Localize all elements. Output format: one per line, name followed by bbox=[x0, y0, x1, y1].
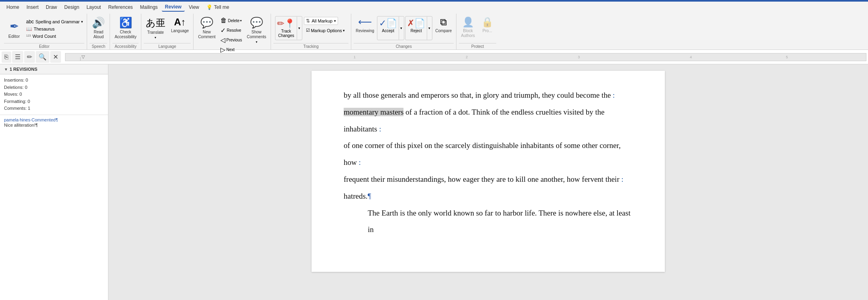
menu-design[interactable]: Design bbox=[61, 3, 82, 11]
reviewing-button[interactable]: ⟵ Reviewing bbox=[354, 14, 376, 42]
compare-button[interactable]: ⧉ Compare bbox=[433, 14, 454, 42]
language-icon: A↑ bbox=[174, 16, 185, 28]
language-button[interactable]: A↑ Language bbox=[169, 14, 191, 42]
thesaurus-button[interactable]: 📖 Thesaurus bbox=[25, 26, 84, 32]
ribbon-group-speech: 🔊 ReadAloud Speech bbox=[87, 14, 110, 49]
menu-view[interactable]: View bbox=[185, 3, 202, 11]
menu-tell[interactable]: 💡 Tell me bbox=[203, 3, 232, 11]
all-markup-label: All Markup bbox=[312, 18, 332, 23]
menu-home[interactable]: Home bbox=[3, 3, 22, 11]
next-label: Next bbox=[226, 47, 235, 52]
next-icon: ▷ bbox=[220, 46, 225, 53]
ribbon-group-changes: ⟵ Reviewing ✓📄 Accept ▾ ✗📄 Reject ▾ bbox=[351, 14, 456, 49]
reject-button[interactable]: ✗📄 Reject bbox=[405, 16, 427, 40]
close-button[interactable]: ✕ bbox=[50, 51, 61, 63]
menu-review[interactable]: Review bbox=[162, 3, 185, 12]
accept-dropdown[interactable]: ▾ bbox=[399, 16, 404, 40]
search-button[interactable]: 🔍 bbox=[36, 51, 49, 63]
language-label: Language bbox=[171, 29, 189, 33]
delete-button[interactable]: 🗑 Delete ▾ bbox=[218, 16, 244, 25]
lightbulb-icon: 💡 bbox=[206, 4, 212, 10]
track-changes-button[interactable]: ✏📍 TrackChanges bbox=[275, 16, 297, 40]
revisions-stats: Insertions: 0 Deletions: 0 Moves: 0 Form… bbox=[0, 74, 108, 115]
ruler: ▽ | 1 2 3 4 5 bbox=[65, 53, 866, 61]
check-accessibility-button[interactable]: ♿ CheckAccessibility bbox=[112, 14, 138, 42]
delete-icon: 🗑 bbox=[220, 17, 227, 24]
stat-moves: Moves: 0 bbox=[4, 91, 104, 98]
ribbon-group-protect: 👤 BlockAuthors 🔒 Pro... Protect bbox=[456, 14, 498, 49]
check-accessibility-icon: ♿ bbox=[119, 16, 132, 29]
all-markup-dropdown-arrow: ▾ bbox=[334, 19, 336, 23]
doc-line-6: The Earth is the only world known so far… bbox=[344, 205, 633, 238]
ribbon-group-tracking: ✏📍 TrackChanges ▾ ⇅ All Markup ▾ bbox=[271, 14, 351, 49]
accept-label: Accept bbox=[382, 29, 394, 33]
editor-label: Editor bbox=[8, 34, 20, 39]
revisions-collapse-icon: ▼ bbox=[4, 67, 8, 72]
accept-icon: ✓📄 bbox=[379, 18, 397, 29]
menu-draw[interactable]: Draw bbox=[43, 3, 60, 11]
spelling-grammar-button[interactable]: abc Spelling and Grammar ▾ bbox=[25, 18, 84, 25]
menu-references[interactable]: References bbox=[105, 3, 136, 11]
block-authors-icon: 👤 bbox=[462, 16, 474, 28]
document-page: by all those generals and emperors so th… bbox=[312, 71, 665, 272]
protect-group-label: Protect bbox=[459, 43, 496, 49]
revisions-panel: ▼ 1 REVISIONS Insertions: 0 Deletions: 0… bbox=[0, 64, 108, 300]
resolve-button[interactable]: ✓ Resolve bbox=[218, 26, 244, 35]
previous-button[interactable]: ◁ Previous bbox=[218, 35, 244, 44]
track-changes-label: TrackChanges bbox=[278, 29, 294, 38]
edit-button[interactable]: ✏ bbox=[24, 51, 35, 63]
word-count-icon: ¹²³ bbox=[26, 33, 31, 39]
changes-group-label: Changes bbox=[354, 43, 454, 49]
document-area[interactable]: by all those generals and emperors so th… bbox=[108, 64, 868, 300]
block-authors-button[interactable]: 👤 BlockAuthors bbox=[459, 14, 477, 42]
doc-line-3: of one corner of this pixel on the scarc… bbox=[344, 137, 633, 171]
ruler-tick-3: 3 bbox=[578, 55, 580, 59]
menu-layout[interactable]: Layout bbox=[83, 3, 104, 11]
read-aloud-button[interactable]: 🔊 ReadAloud bbox=[90, 14, 107, 42]
track-changes-dropdown[interactable]: ▾ bbox=[297, 16, 302, 40]
menu-insert[interactable]: Insert bbox=[23, 3, 42, 11]
doc-line-1: by all those generals and emperors so th… bbox=[344, 87, 633, 104]
word-count-button[interactable]: ¹²³ Word Count bbox=[25, 33, 84, 39]
accept-dropdown-icon: ▾ bbox=[400, 26, 402, 30]
read-aloud-label: ReadAloud bbox=[94, 30, 104, 39]
previous-label: Previous bbox=[226, 38, 242, 42]
markup-options-icon: ☑ bbox=[306, 28, 310, 33]
doc-line-5: hatreds.¶ bbox=[344, 188, 633, 205]
revisions-header[interactable]: ▼ 1 REVISIONS bbox=[0, 64, 108, 74]
show-comments-button[interactable]: 💬 ShowComments ▾ bbox=[245, 14, 268, 42]
all-markup-dropdown[interactable]: ⇅ All Markup ▾ bbox=[304, 17, 338, 25]
ribbon-group-language: あ亜 Translate ▾ A↑ Language Language bbox=[141, 14, 194, 49]
compare-label: Compare bbox=[435, 29, 452, 33]
new-comment-button[interactable]: 💬 NewComment bbox=[196, 14, 217, 42]
markup-options-label: Markup Options bbox=[311, 28, 342, 33]
copy-button[interactable]: ⎘ bbox=[2, 51, 11, 63]
comment-item: pamela·hines·Commented¶ Nice alliteratio… bbox=[0, 115, 108, 130]
markup-options-button[interactable]: ☑ Markup Options ▾ bbox=[304, 27, 347, 34]
menu-mailings[interactable]: Mailings bbox=[137, 3, 161, 11]
protect-icon: 🔒 bbox=[481, 16, 493, 28]
protect-document-button[interactable]: 🔒 Pro... bbox=[479, 14, 496, 42]
editor-group-label: Editor bbox=[4, 43, 84, 49]
list-button[interactable]: ☰ bbox=[12, 51, 23, 63]
protect-label: Pro... bbox=[483, 29, 492, 33]
word-count-label: Word Count bbox=[33, 34, 56, 39]
doc-line-2: momentary masters of a fraction of a dot… bbox=[344, 104, 633, 138]
translate-button[interactable]: あ亜 Translate ▾ bbox=[144, 14, 167, 42]
language-group-label: Language bbox=[144, 43, 191, 49]
track-changes-icon: ✏📍 bbox=[277, 18, 295, 29]
speech-group-label: Speech bbox=[90, 43, 107, 49]
editor-button[interactable]: ✒ Editor bbox=[4, 15, 24, 42]
ribbon-group-comments: 💬 NewComment 🗑 Delete ▾ ✓ Resolve ◁ Prev… bbox=[194, 14, 271, 49]
accept-button[interactable]: ✓📄 Accept bbox=[377, 16, 399, 40]
comment-text: Nice alliteration!¶ bbox=[4, 123, 104, 127]
stat-comments: Comments: 1 bbox=[4, 105, 104, 112]
markup-options-dropdown-icon: ▾ bbox=[343, 29, 345, 33]
doc-line-4: frequent their misunderstandings, how ea… bbox=[344, 171, 633, 188]
reject-icon: ✗📄 bbox=[407, 18, 425, 29]
resolve-label: Resolve bbox=[227, 28, 241, 33]
reject-dropdown[interactable]: ▾ bbox=[427, 16, 432, 40]
stat-deletions: Deletions: 0 bbox=[4, 84, 104, 91]
new-comment-icon: 💬 bbox=[200, 16, 213, 29]
revisions-title: 1 REVISIONS bbox=[10, 67, 37, 72]
